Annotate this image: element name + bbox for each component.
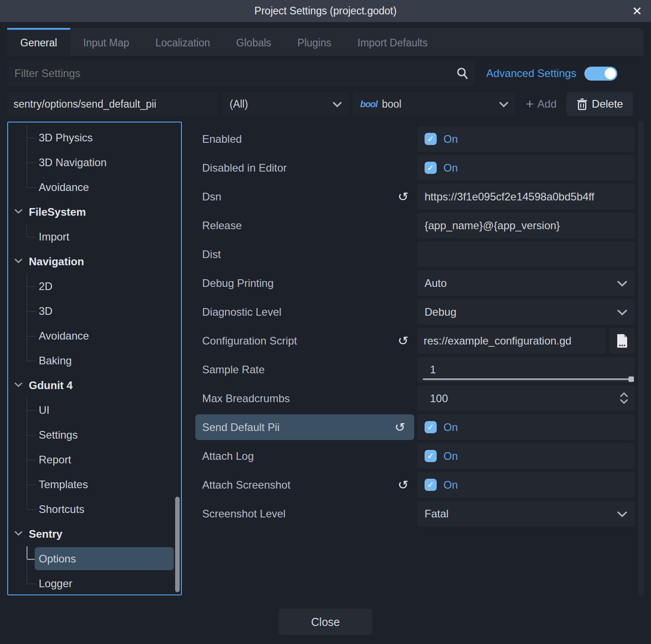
feature-filter-value: (All) bbox=[230, 98, 248, 110]
delete-button[interactable]: Delete bbox=[566, 92, 633, 116]
setting-row-dsn: Dsn ↺ https://3f1e095cf2e14598a0bd5b4ff bbox=[195, 184, 635, 209]
slider-grabber[interactable] bbox=[628, 376, 634, 382]
setting-label: Configuration Script bbox=[202, 335, 398, 347]
checkbox-checked-icon[interactable]: ✓ bbox=[425, 133, 437, 145]
plus-icon: + bbox=[526, 97, 534, 111]
tree-item-logger[interactable]: Logger bbox=[8, 571, 181, 595]
add-button-label: Add bbox=[538, 98, 557, 110]
tree-section-navigation[interactable]: Navigation bbox=[8, 249, 181, 274]
tree-item-3d[interactable]: 3D bbox=[8, 299, 181, 323]
tree-section-gdunit4[interactable]: Gdunit 4 bbox=[8, 373, 181, 398]
dsn-text-field[interactable]: https://3f1e095cf2e14598a0bd5b4ff bbox=[417, 184, 635, 209]
tree-section-sentry[interactable]: Sentry bbox=[8, 522, 181, 546]
tab-import-defaults[interactable]: Import Defaults bbox=[344, 28, 441, 56]
setting-row-diagnostic-level: Diagnostic Level Debug bbox=[195, 299, 635, 325]
tree-item-avoidance[interactable]: Avoidance bbox=[8, 175, 181, 200]
close-icon[interactable]: ✕ bbox=[629, 4, 645, 19]
type-value: bool bbox=[382, 98, 401, 110]
tab-general[interactable]: General bbox=[7, 28, 70, 56]
checkbox-checked-icon[interactable]: ✓ bbox=[425, 421, 437, 433]
setting-row-max-breadcrumbs: Max Breadcrumbs 100 bbox=[195, 385, 635, 411]
revert-icon[interactable]: ↺ bbox=[395, 420, 406, 434]
feature-filter-dropdown[interactable]: (All) bbox=[222, 92, 348, 116]
tree-item-avoidance-2[interactable]: Avoidance bbox=[8, 323, 181, 348]
setting-row-release: Release {app_name}@{app_version} bbox=[195, 213, 635, 238]
filter-row: Advanced Settings bbox=[7, 60, 644, 86]
checkbox-on-label: On bbox=[443, 133, 458, 145]
delete-button-label: Delete bbox=[592, 98, 623, 110]
filter-settings-input[interactable] bbox=[7, 60, 475, 86]
settings-tree: 3D Physics 3D Navigation Avoidance FileS… bbox=[7, 122, 182, 595]
advanced-settings-toggle[interactable] bbox=[584, 67, 617, 81]
screenshot-level-dropdown[interactable]: Fatal bbox=[417, 501, 635, 526]
chevron-down-icon bbox=[617, 309, 628, 316]
advanced-settings-label[interactable]: Advanced Settings bbox=[486, 67, 576, 80]
checkbox-checked-icon[interactable]: ✓ bbox=[425, 450, 437, 462]
title-bar: Project Settings (project.godot) ✕ bbox=[0, 0, 651, 22]
setting-row-sample-rate: Sample Rate 1 bbox=[195, 357, 635, 382]
revert-icon[interactable]: ↺ bbox=[398, 334, 409, 348]
checkbox-checked-icon[interactable]: ✓ bbox=[425, 479, 437, 491]
tab-globals[interactable]: Globals bbox=[223, 28, 285, 56]
chevron-down-icon bbox=[499, 102, 509, 108]
project-settings-dialog: Project Settings (project.godot) ✕ Gener… bbox=[0, 0, 651, 644]
release-text-field[interactable]: {app_name}@{app_version} bbox=[417, 213, 635, 238]
search-icon bbox=[457, 67, 468, 80]
tree-section-filesystem[interactable]: FileSystem bbox=[8, 200, 181, 224]
tab-localization[interactable]: Localization bbox=[142, 28, 223, 56]
chevron-down-icon bbox=[332, 102, 342, 108]
tree-item-2d[interactable]: 2D bbox=[8, 274, 181, 299]
chevron-down-icon bbox=[14, 259, 23, 263]
tree-item-options[interactable]: Options bbox=[8, 546, 181, 571]
panel-scrollbar-track[interactable] bbox=[638, 122, 644, 595]
debug-printing-dropdown[interactable]: Auto bbox=[417, 270, 635, 296]
type-dropdown[interactable]: bool bool bbox=[353, 92, 515, 116]
sample-rate-slider-field[interactable]: 1 bbox=[417, 357, 635, 382]
setting-label: Diagnostic Level bbox=[202, 306, 417, 318]
tree-item-3d-navigation[interactable]: 3D Navigation bbox=[8, 150, 181, 175]
setting-row-dist: Dist bbox=[195, 241, 635, 267]
close-button[interactable]: Close bbox=[279, 609, 372, 635]
checkbox-on-label: On bbox=[443, 421, 458, 434]
revert-icon[interactable]: ↺ bbox=[398, 478, 409, 492]
setting-label: Max Breadcrumbs bbox=[202, 392, 417, 405]
tree-item-import[interactable]: Import bbox=[8, 224, 181, 249]
dist-text-field[interactable] bbox=[417, 241, 635, 267]
trash-icon bbox=[577, 98, 588, 110]
tree-item-3d-physics[interactable]: 3D Physics bbox=[8, 125, 181, 150]
tree-scrollbar-thumb[interactable] bbox=[175, 497, 180, 592]
property-path-input[interactable] bbox=[7, 92, 218, 116]
revert-icon[interactable]: ↺ bbox=[398, 190, 409, 204]
tree-item-ui[interactable]: UI bbox=[8, 398, 181, 422]
diagnostic-level-dropdown[interactable]: Debug bbox=[417, 299, 635, 325]
setting-label: Attach Log bbox=[202, 450, 417, 463]
settings-panel: Enabled ✓ On Disabled in Editor ✓ On bbox=[187, 122, 644, 595]
setting-row-attach-log: Attach Log ✓ On bbox=[195, 443, 635, 469]
tab-input-map[interactable]: Input Map bbox=[70, 28, 142, 56]
chevron-down-icon bbox=[617, 511, 628, 517]
toggle-knob bbox=[605, 68, 616, 79]
setting-row-attach-screenshot: Attach Screenshot ↺ ✓ On bbox=[195, 472, 635, 498]
max-breadcrumbs-spinner[interactable]: 100 bbox=[417, 385, 635, 411]
checkbox-on-label: On bbox=[443, 162, 458, 174]
tree-item-settings[interactable]: Settings bbox=[8, 422, 181, 447]
tree-item-templates[interactable]: Templates bbox=[8, 472, 181, 497]
configuration-script-field[interactable]: res://example_configuration.gd bbox=[417, 328, 606, 354]
tree-item-report[interactable]: Report bbox=[8, 447, 181, 472]
tab-bar: General Input Map Localization Globals P… bbox=[7, 28, 644, 56]
spinner-updown-icon[interactable] bbox=[619, 392, 628, 404]
setting-row-configuration-script: Configuration Script ↺ res://example_con… bbox=[195, 328, 635, 354]
tree-item-baking[interactable]: Baking bbox=[8, 348, 181, 373]
checkbox-on-label: On bbox=[443, 450, 458, 463]
tab-plugins[interactable]: Plugins bbox=[285, 28, 344, 56]
setting-label: Enabled bbox=[202, 133, 417, 145]
checkbox-checked-icon[interactable]: ✓ bbox=[425, 162, 437, 174]
setting-label: Disabled in Editor bbox=[202, 162, 417, 174]
chevron-down-icon bbox=[617, 281, 628, 287]
setting-label: Debug Printing bbox=[202, 277, 417, 290]
chevron-down-icon bbox=[14, 531, 23, 536]
file-browse-button[interactable] bbox=[609, 328, 635, 354]
slider-track[interactable] bbox=[423, 378, 634, 380]
add-button[interactable]: + Add bbox=[521, 92, 561, 116]
tree-item-shortcuts[interactable]: Shortcuts bbox=[8, 497, 181, 522]
